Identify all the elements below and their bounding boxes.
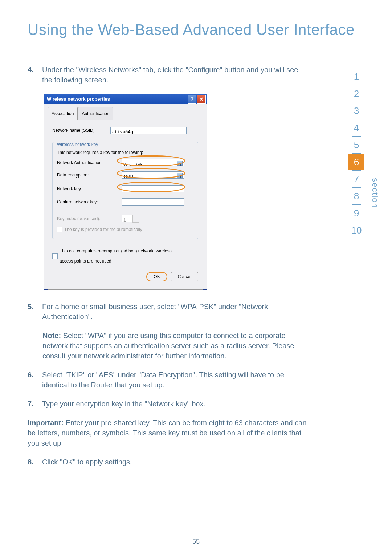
important-label: Important:: [28, 419, 64, 427]
nav-4[interactable]: 4: [348, 119, 364, 136]
step-text-6: Select "TKIP" or "AES" under "Data Encry…: [42, 370, 307, 390]
key-group: Wireless network key This network requir…: [52, 142, 198, 239]
important-note: Important: Enter your pre-shared key. Th…: [28, 418, 307, 448]
nav-5[interactable]: 5: [348, 137, 364, 153]
nav-1[interactable]: 1: [348, 68, 364, 85]
ssid-label: Network name (SSID):: [52, 125, 110, 135]
adhoc-label: This is a computer-to-computer (ad hoc) …: [60, 246, 183, 266]
step-5-note: Note: Select "WPA" if you are using this…: [42, 330, 307, 361]
step-number-7: 7.: [28, 399, 42, 409]
tab-authentication[interactable]: Authentication: [78, 107, 113, 120]
auto-key-label: The key is provided for me automatically: [64, 224, 142, 235]
main-content: 4. Under the "Wireless Networks" tab, cl…: [28, 65, 307, 467]
nav-8[interactable]: 8: [348, 188, 364, 204]
section-label: section: [370, 178, 380, 208]
dialog-panel: Network name (SSID): ativa54g Wireless n…: [48, 120, 203, 290]
adhoc-checkbox[interactable]: [52, 253, 58, 259]
note-label: Note:: [42, 332, 61, 340]
ssid-field[interactable]: ativa54g: [110, 127, 187, 134]
dialog-title-text: Wireless network properties: [47, 96, 110, 102]
step-text-5: For a home or small business user, selec…: [42, 301, 307, 322]
confirm-key-label: Confirm network key:: [57, 197, 122, 207]
title-rule: [28, 44, 340, 44]
enc-highlight: [117, 168, 185, 179]
step-text-7: Type your encryption key in the "Network…: [42, 399, 307, 409]
nav-6-current[interactable]: 6: [348, 154, 364, 170]
step-text-4: Under the "Wireless Networks" tab, click…: [42, 65, 307, 85]
important-text: Enter your pre-shared key. This can be f…: [28, 419, 307, 447]
page-number: 55: [0, 538, 392, 545]
key-index-field: 1: [122, 215, 132, 222]
dialog-screenshot: Wireless network properties ? ✕ Associat…: [44, 94, 207, 290]
step-text-8: Click "OK" to apply settings.: [42, 457, 307, 467]
nav-7[interactable]: 7: [348, 171, 364, 187]
step-number-5: 5.: [28, 301, 42, 322]
confirm-key-field[interactable]: [122, 198, 184, 206]
auth-highlight: [117, 155, 185, 166]
step-number-8: 8.: [28, 457, 42, 467]
nav-3[interactable]: 3: [348, 102, 364, 119]
nav-9[interactable]: 9: [348, 205, 364, 222]
close-button[interactable]: ✕: [197, 95, 206, 104]
help-button[interactable]: ?: [188, 95, 196, 104]
auth-label: Network Authentication:: [57, 158, 122, 168]
step-number-4: 4.: [28, 65, 42, 85]
tab-association[interactable]: Association: [48, 107, 78, 120]
enc-label: Data encryption:: [57, 170, 122, 180]
page-title: Using the Web-Based Advanced User Interf…: [28, 21, 364, 38]
dialog-titlebar: Wireless network properties ? ✕: [44, 94, 207, 104]
step-number-6: 6.: [28, 370, 42, 390]
cancel-button[interactable]: Cancel: [171, 272, 198, 281]
key-label: Network key:: [57, 184, 122, 194]
section-nav: 1 2 3 4 5 6 7 8 9 10: [348, 68, 364, 239]
nav-2[interactable]: 2: [348, 85, 364, 102]
key-index-spinner: [132, 215, 139, 223]
key-index-label: Key index (advanced):: [57, 214, 122, 224]
note-text: Select "WPA" if you are using this compu…: [42, 332, 294, 360]
auto-key-checkbox: [57, 227, 62, 232]
key-highlight: [117, 182, 185, 192]
ok-button[interactable]: OK: [146, 272, 167, 281]
nav-10[interactable]: 10: [348, 222, 364, 239]
